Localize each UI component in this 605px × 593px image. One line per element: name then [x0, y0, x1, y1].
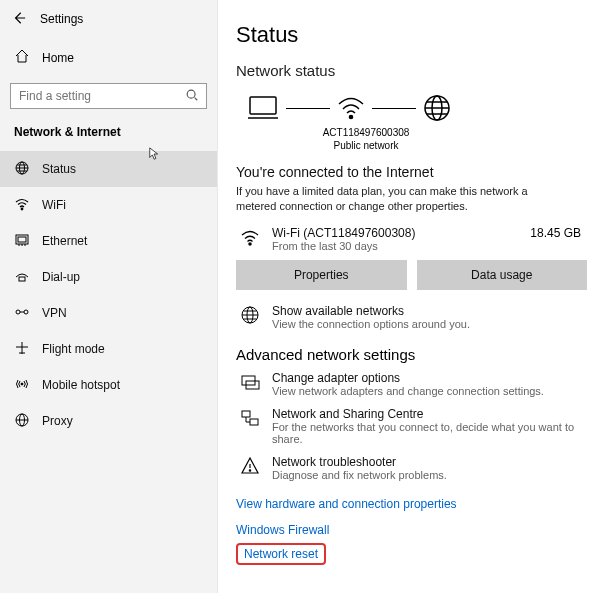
- nav-label: Proxy: [42, 414, 73, 428]
- proxy-icon: [14, 412, 30, 431]
- svg-point-13: [349, 115, 352, 118]
- diagram-network-type: Public network: [276, 140, 456, 153]
- svg-point-9: [21, 383, 23, 385]
- svg-point-3: [21, 208, 23, 210]
- vpn-icon: [14, 304, 30, 323]
- nav-item-ethernet[interactable]: Ethernet: [0, 223, 217, 259]
- airplane-icon: [14, 340, 30, 359]
- svg-point-16: [249, 243, 251, 245]
- troubleshoot-sub: Diagnose and fix network problems.: [272, 469, 447, 481]
- troubleshooter-item[interactable]: Network troubleshooter Diagnose and fix …: [240, 455, 587, 481]
- nav-label: Dial-up: [42, 270, 80, 284]
- home-icon: [14, 48, 30, 67]
- svg-rect-12: [250, 97, 276, 114]
- wifi-icon: [240, 226, 260, 251]
- hotspot-icon: [14, 376, 30, 395]
- nav-item-wifi[interactable]: WiFi: [0, 187, 217, 223]
- globe-icon: [240, 304, 260, 328]
- dialup-icon: [14, 268, 30, 287]
- nav-label: Mobile hotspot: [42, 378, 120, 392]
- sidebar: Settings Home Network & Internet Status: [0, 0, 218, 593]
- nav-label: Status: [42, 162, 76, 176]
- home-button[interactable]: Home: [0, 38, 217, 77]
- properties-button[interactable]: Properties: [236, 260, 407, 290]
- connection-row: Wi-Fi (ACT118497600308) From the last 30…: [240, 226, 587, 252]
- advanced-heading: Advanced network settings: [236, 346, 587, 363]
- globe-large-icon: [422, 93, 452, 123]
- diagram-ssid: ACT118497600308: [276, 127, 456, 140]
- svg-point-0: [187, 90, 195, 98]
- connection-name: Wi-Fi (ACT118497600308): [272, 226, 518, 240]
- link-hardware-properties[interactable]: View hardware and connection properties: [236, 497, 457, 511]
- sharing-icon: [240, 407, 260, 431]
- window-title: Settings: [40, 12, 83, 26]
- search-input[interactable]: [10, 83, 207, 109]
- sharing-centre-item[interactable]: Network and Sharing Centre For the netwo…: [240, 407, 587, 445]
- adapter-icon: [240, 371, 260, 395]
- nav-list: Status WiFi Ethernet Dial-up VPN Flight …: [0, 151, 217, 439]
- svg-rect-22: [250, 419, 258, 425]
- show-networks-item[interactable]: Show available networks View the connect…: [240, 304, 587, 330]
- nav-item-dialup[interactable]: Dial-up: [0, 259, 217, 295]
- nav-label: WiFi: [42, 198, 66, 212]
- sharing-sub: For the networks that you connect to, de…: [272, 421, 587, 445]
- section-header: Network & Internet: [0, 119, 217, 151]
- svg-rect-21: [242, 411, 250, 417]
- back-icon[interactable]: [12, 11, 26, 28]
- sharing-title: Network and Sharing Centre: [272, 407, 587, 421]
- show-networks-sub: View the connection options around you.: [272, 318, 470, 330]
- nav-item-proxy[interactable]: Proxy: [0, 403, 217, 439]
- svg-point-23: [249, 469, 250, 470]
- data-usage-button[interactable]: Data usage: [417, 260, 588, 290]
- svg-point-7: [16, 310, 20, 314]
- computer-icon: [246, 94, 280, 122]
- adapter-options-item[interactable]: Change adapter options View network adap…: [240, 371, 587, 397]
- nav-item-status[interactable]: Status: [0, 151, 217, 187]
- svg-point-8: [24, 310, 28, 314]
- show-networks-title: Show available networks: [272, 304, 470, 318]
- connected-hint: If you have a limited data plan, you can…: [236, 184, 566, 214]
- search-icon: [185, 88, 199, 102]
- globe-icon: [14, 160, 30, 179]
- nav-item-flightmode[interactable]: Flight mode: [0, 331, 217, 367]
- wifi-icon: [14, 196, 30, 215]
- nav-item-vpn[interactable]: VPN: [0, 295, 217, 331]
- content-pane: Status Network status ACT118497600308 Pu…: [218, 0, 605, 593]
- nav-label: VPN: [42, 306, 67, 320]
- nav-label: Flight mode: [42, 342, 105, 356]
- network-diagram: [236, 89, 587, 125]
- page-title: Status: [236, 22, 587, 48]
- svg-rect-5: [18, 237, 26, 242]
- svg-rect-6: [19, 277, 25, 281]
- connected-heading: You're connected to the Internet: [236, 164, 587, 180]
- warning-icon: [240, 455, 260, 479]
- link-network-reset[interactable]: Network reset: [244, 547, 318, 561]
- nav-item-hotspot[interactable]: Mobile hotspot: [0, 367, 217, 403]
- adapter-title: Change adapter options: [272, 371, 544, 385]
- wifi-signal-icon: [336, 94, 366, 122]
- ethernet-icon: [14, 232, 30, 251]
- link-windows-firewall[interactable]: Windows Firewall: [236, 523, 329, 537]
- network-status-heading: Network status: [236, 62, 587, 79]
- nav-label: Ethernet: [42, 234, 87, 248]
- adapter-sub: View network adapters and change connect…: [272, 385, 544, 397]
- connection-meta: From the last 30 days: [272, 240, 518, 252]
- connection-usage: 18.45 GB: [530, 226, 581, 240]
- home-label: Home: [42, 51, 74, 65]
- troubleshoot-title: Network troubleshooter: [272, 455, 447, 469]
